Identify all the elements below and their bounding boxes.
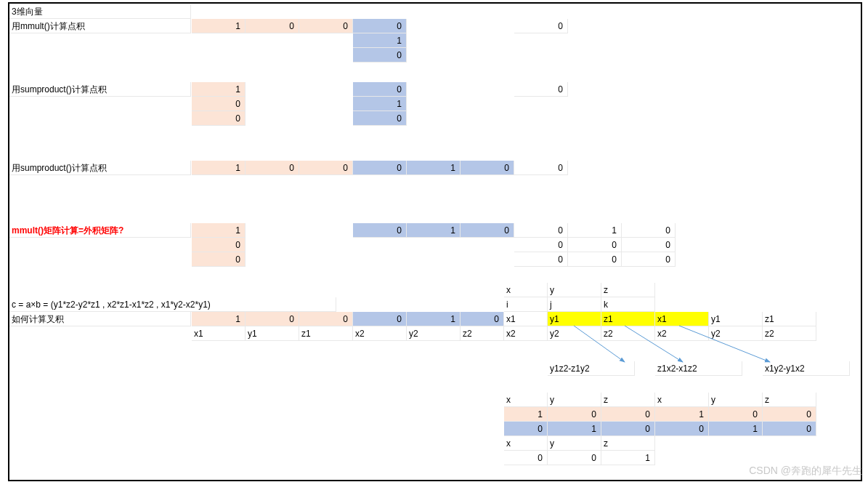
cell: 0 [299, 161, 353, 175]
cell: 0 [763, 422, 816, 436]
lbl-z1: z1 [601, 312, 655, 326]
lbl-z2b: z2 [601, 326, 655, 341]
cell: 0 [192, 238, 246, 252]
cell: 1 [407, 312, 461, 326]
lbl-z1b: z1 [763, 312, 816, 326]
lbl-x1: x1 [504, 312, 548, 326]
cell: 0 [514, 223, 568, 238]
cell: 0 [568, 252, 622, 267]
cell: 0 [192, 97, 246, 111]
cell: 0 [514, 252, 568, 267]
cell: 0 [622, 238, 676, 252]
cell: 1 [601, 451, 655, 465]
lbl-y: y [548, 393, 601, 407]
sumprod2-label: 用sumproduct()计算点积 [9, 161, 191, 175]
watermark: CSDN @奔跑的犀牛先生 [749, 465, 862, 478]
cell: 0 [353, 223, 407, 238]
cell: 0 [514, 238, 568, 252]
lbl-y1b: y1 [709, 312, 763, 326]
cell: 0 [246, 161, 299, 175]
cell: 0 [353, 312, 407, 326]
cell: 0 [622, 223, 676, 238]
lbl-x: x [504, 436, 548, 451]
outer-label: mmult()矩阵计算=外积矩阵? [9, 223, 191, 238]
cell: 0 [299, 19, 353, 33]
cell: 0 [622, 252, 676, 267]
lbl-x1c: x1 [192, 326, 246, 341]
det3: x1y2-y1x2 [763, 361, 850, 376]
cell: 0 [353, 111, 407, 126]
cell: 1 [655, 407, 709, 422]
cell: 1 [192, 19, 246, 33]
cell: 0 [246, 19, 299, 33]
mmult-label: 用mmult()计算点积 [9, 19, 191, 33]
formula: c = a×b = (y1*z2-y2*z1 , x2*z1-x1*z2 , x… [9, 297, 336, 312]
det1: y1z2-z1y2 [548, 361, 635, 376]
title: 3维向量 [9, 4, 191, 19]
lbl-y1c: y1 [246, 326, 299, 341]
cell: 1 [709, 422, 763, 436]
cell: 0 [353, 82, 407, 97]
cell: 0 [353, 161, 407, 175]
cell: 1 [568, 223, 622, 238]
lbl-x2b: x2 [504, 326, 548, 341]
lbl-y: y [709, 393, 763, 407]
cell: 1 [192, 312, 246, 326]
lbl-z: z [601, 393, 655, 407]
lbl-j: j [548, 297, 601, 312]
lbl-x1b: x1 [655, 312, 709, 326]
result: 0 [514, 161, 568, 175]
lbl-y2b: y2 [548, 326, 601, 341]
lbl-y1: y1 [548, 312, 601, 326]
det2: z1x2-x1z2 [655, 361, 742, 376]
cell: 0 [568, 238, 622, 252]
lbl-i: i [504, 297, 548, 312]
cell: 1 [192, 82, 246, 97]
cell: 0 [299, 312, 353, 326]
cell: 0 [192, 252, 246, 267]
result: 0 [514, 19, 568, 33]
lbl-x: x [504, 393, 548, 407]
cell: 1 [504, 407, 548, 422]
cell: 0 [461, 312, 504, 326]
lbl-z: z [763, 393, 816, 407]
lbl-x2: x2 [353, 326, 407, 341]
lbl-x: x [655, 393, 709, 407]
cross-label: 如何计算叉积 [9, 312, 191, 326]
cell: 1 [407, 223, 461, 238]
lbl-y2c: y2 [709, 326, 763, 341]
cell: 0 [353, 19, 407, 33]
cell: 0 [548, 407, 601, 422]
cell: 0 [548, 451, 601, 465]
lbl-x: x [504, 283, 548, 297]
cell: 1 [548, 422, 601, 436]
cell: 1 [353, 97, 407, 111]
cell: 0 [461, 223, 514, 238]
lbl-z: z [601, 283, 655, 297]
lbl-y: y [548, 436, 601, 451]
lbl-z2c: z2 [763, 326, 816, 341]
lbl-y2: y2 [407, 326, 461, 341]
cell: 0 [504, 422, 548, 436]
cell: 0 [504, 451, 548, 465]
cell: 0 [461, 161, 514, 175]
cell: 0 [353, 48, 407, 63]
result: 0 [514, 82, 568, 97]
sumprod1-label: 用sumproduct()计算点积 [9, 82, 191, 97]
cell: 1 [192, 223, 246, 238]
lbl-z2: z2 [461, 326, 504, 341]
cell: 0 [246, 312, 299, 326]
lbl-x2c: x2 [655, 326, 709, 341]
lbl-z1c: z1 [299, 326, 353, 341]
lbl-k: k [601, 297, 655, 312]
cell: 0 [601, 407, 655, 422]
lbl-y: y [548, 283, 601, 297]
cell: 1 [192, 161, 246, 175]
cell: 1 [353, 33, 407, 48]
cell: 0 [601, 422, 655, 436]
lbl-z: z [601, 436, 655, 451]
cell: 0 [655, 422, 709, 436]
cell: 1 [407, 161, 461, 175]
cell: 0 [709, 407, 763, 422]
cell: 0 [763, 407, 816, 422]
